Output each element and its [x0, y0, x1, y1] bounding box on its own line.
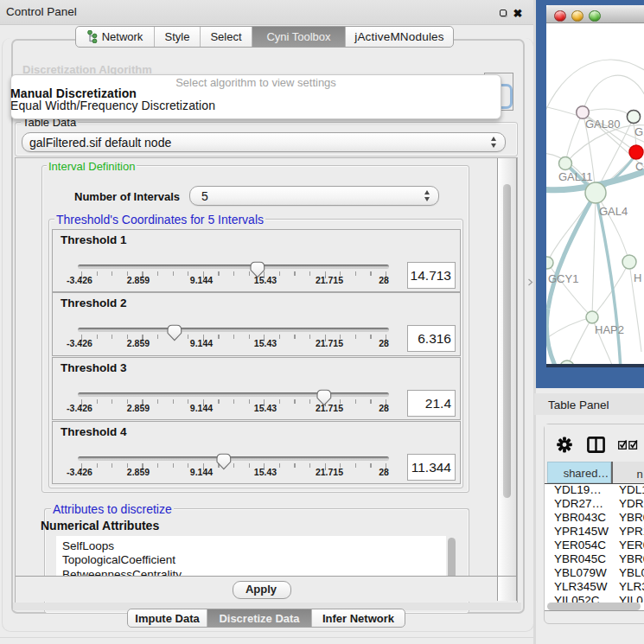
svg-text:H: H: [634, 271, 641, 284]
svg-text:HAP2: HAP2: [595, 323, 624, 336]
svg-text:C: C: [635, 160, 643, 173]
svg-text:G.: G.: [634, 125, 644, 138]
svg-text:GAL11: GAL11: [558, 170, 593, 183]
svg-text:GAL4: GAL4: [599, 205, 628, 218]
svg-text:GAL80: GAL80: [585, 118, 620, 131]
svg-text:GCY1: GCY1: [548, 272, 578, 285]
